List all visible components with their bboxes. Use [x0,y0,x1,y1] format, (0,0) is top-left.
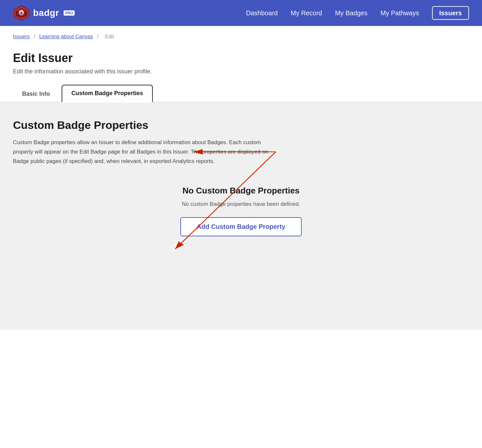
breadcrumb-separator-2: / [97,34,98,39]
nav-issuers[interactable]: Issuers [432,6,469,20]
badgr-logo-icon [13,5,30,21]
breadcrumb-separator-1: / [34,34,35,39]
pro-badge: PRO [64,10,75,16]
logo-text: badgr [33,8,59,18]
empty-state-title: No Custom Badge Properties [13,186,469,196]
empty-state-message: No custom Badge properties have been def… [13,201,469,207]
breadcrumb-learning-about-canvas[interactable]: Learning about Canvas [39,34,93,39]
section-description: Custom Badge properties allow an Issuer … [13,138,279,166]
page-title: Edit Issuer [13,51,469,65]
section-title: Custom Badge Properties [13,119,469,131]
empty-state: No Custom Badge Properties No custom Bad… [13,186,469,236]
nav-dashboard[interactable]: Dashboard [246,9,278,17]
breadcrumb-edit: Edit [105,34,114,39]
logo: badgr PRO [13,5,75,21]
breadcrumb: Issuers / Learning about Canvas / Edit [0,26,482,45]
nav-my-badges[interactable]: My Badges [335,9,368,17]
breadcrumb-issuers[interactable]: Issuers [13,34,30,39]
page-header: Edit Issuer Edit the information associa… [0,45,482,85]
page-subtitle: Edit the information associated with thi… [13,68,469,75]
tab-custom-badge-properties[interactable]: Custom Badge Properties [62,85,153,102]
content-area: Custom Badge Properties Custom Badge pro… [0,103,482,330]
main-nav: badgr PRO Dashboard My Record My Badges … [0,0,482,26]
nav-links: Dashboard My Record My Badges My Pathway… [246,9,469,17]
tab-basic-info[interactable]: Basic Info [13,86,59,102]
tabs-bar: Basic Info Custom Badge Properties [0,85,482,103]
nav-my-pathways[interactable]: My Pathways [380,9,419,17]
nav-my-record[interactable]: My Record [291,9,322,17]
add-custom-badge-property-button[interactable]: Add Custom Badge Property [180,217,301,236]
